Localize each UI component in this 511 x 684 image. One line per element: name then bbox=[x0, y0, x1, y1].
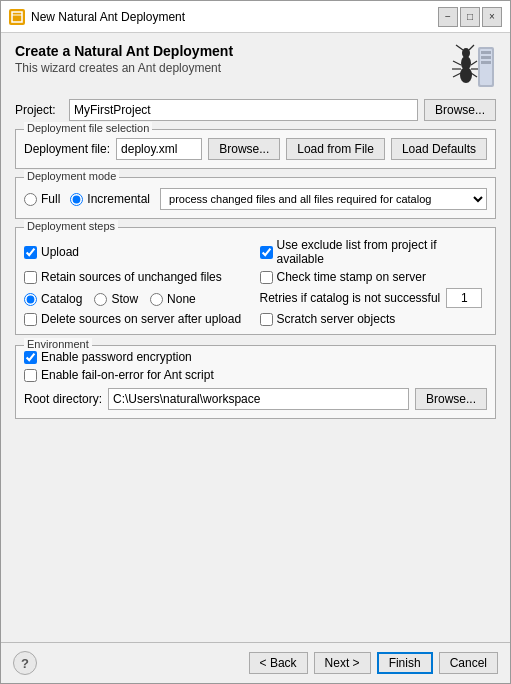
ant-logo bbox=[448, 43, 496, 91]
dialog-content: Create a Natural Ant Deployment This wiz… bbox=[1, 33, 510, 642]
incremental-radio-text: Incremental bbox=[87, 192, 150, 206]
page-title: Create a Natural Ant Deployment bbox=[15, 43, 233, 59]
environment-group-label: Environment bbox=[24, 338, 92, 350]
deployment-file-group: Deployment file selection Deployment fil… bbox=[15, 129, 496, 169]
project-browse-button[interactable]: Browse... bbox=[424, 99, 496, 121]
deployment-file-input[interactable] bbox=[116, 138, 202, 160]
check-timestamp-checkbox-label[interactable]: Check time stamp on server bbox=[260, 270, 488, 284]
incremental-radio[interactable] bbox=[70, 193, 83, 206]
svg-line-11 bbox=[469, 45, 474, 50]
svg-line-10 bbox=[456, 45, 463, 50]
help-button[interactable]: ? bbox=[13, 651, 37, 675]
svg-rect-3 bbox=[480, 49, 492, 85]
delete-sources-checkbox[interactable] bbox=[24, 313, 37, 326]
main-window: New Natural Ant Deployment − □ × Create … bbox=[0, 0, 511, 684]
finish-button[interactable]: Finish bbox=[377, 652, 433, 674]
full-radio-text: Full bbox=[41, 192, 60, 206]
svg-line-15 bbox=[471, 61, 477, 65]
header-text-block: Create a Natural Ant Deployment This wiz… bbox=[15, 43, 233, 75]
full-radio-label[interactable]: Full bbox=[24, 192, 60, 206]
retries-label: Retries if catalog is not successful bbox=[260, 291, 441, 305]
bottom-buttons: < Back Next > Finish Cancel bbox=[249, 652, 498, 674]
environment-group: Environment Enable password encryption E… bbox=[15, 345, 496, 419]
svg-rect-4 bbox=[481, 51, 491, 54]
upload-label: Upload bbox=[41, 245, 79, 259]
root-dir-row: Root directory: Browse... bbox=[24, 388, 487, 410]
enable-failon-checkbox-label[interactable]: Enable fail-on-error for Ant script bbox=[24, 368, 487, 382]
svg-rect-5 bbox=[481, 56, 491, 59]
title-bar: New Natural Ant Deployment − □ × bbox=[1, 1, 510, 33]
next-button[interactable]: Next > bbox=[314, 652, 371, 674]
catalog-radio-text: Catalog bbox=[41, 292, 82, 306]
window-icon bbox=[9, 9, 25, 25]
scratch-server-checkbox-label[interactable]: Scratch server objects bbox=[260, 312, 488, 326]
deployment-file-label: Deployment file: bbox=[24, 142, 110, 156]
use-exclude-checkbox-label[interactable]: Use exclude list from project if availab… bbox=[260, 238, 488, 266]
project-row: Project: Browse... bbox=[15, 99, 496, 121]
svg-line-14 bbox=[453, 73, 461, 77]
deployment-mode-row: Full Incremental process changed files a… bbox=[24, 188, 487, 210]
enable-password-checkbox[interactable] bbox=[24, 351, 37, 364]
incremental-radio-label[interactable]: Incremental bbox=[70, 192, 150, 206]
delete-sources-checkbox-label[interactable]: Delete sources on server after upload bbox=[24, 312, 252, 326]
enable-failon-checkbox[interactable] bbox=[24, 369, 37, 382]
project-input[interactable] bbox=[69, 99, 418, 121]
load-from-file-button[interactable]: Load from File bbox=[286, 138, 385, 160]
deployment-steps-group: Deployment steps Upload Use exclude list… bbox=[15, 227, 496, 335]
project-label: Project: bbox=[15, 103, 63, 117]
svg-rect-6 bbox=[481, 61, 491, 64]
retries-row: Retries if catalog is not successful bbox=[260, 288, 488, 308]
stow-radio-label[interactable]: Stow bbox=[94, 292, 138, 306]
root-dir-input[interactable] bbox=[108, 388, 409, 410]
retain-sources-checkbox-label[interactable]: Retain sources of unchanged files bbox=[24, 270, 252, 284]
upload-checkbox-label[interactable]: Upload bbox=[24, 238, 252, 266]
none-radio-text: None bbox=[167, 292, 196, 306]
deployment-mode-group-label: Deployment mode bbox=[24, 170, 119, 182]
page-header: Create a Natural Ant Deployment This wiz… bbox=[15, 43, 496, 91]
none-radio[interactable] bbox=[150, 293, 163, 306]
scratch-server-label: Scratch server objects bbox=[277, 312, 396, 326]
full-radio[interactable] bbox=[24, 193, 37, 206]
deployment-file-row: Deployment file: Browse... Load from Fil… bbox=[24, 138, 487, 160]
deployment-file-browse-button[interactable]: Browse... bbox=[208, 138, 280, 160]
close-button[interactable]: × bbox=[482, 7, 502, 27]
window-title: New Natural Ant Deployment bbox=[31, 10, 432, 24]
load-defaults-button[interactable]: Load Defaults bbox=[391, 138, 487, 160]
bottom-bar: ? < Back Next > Finish Cancel bbox=[1, 642, 510, 683]
svg-point-9 bbox=[460, 67, 472, 83]
page-subtitle: This wizard creates an Ant deployment bbox=[15, 61, 233, 75]
retries-input[interactable] bbox=[446, 288, 482, 308]
mode-dropdown[interactable]: process changed files and all files requ… bbox=[160, 188, 487, 210]
back-button[interactable]: < Back bbox=[249, 652, 308, 674]
deployment-steps-group-label: Deployment steps bbox=[24, 220, 118, 232]
catalog-stow-row: Catalog Stow None bbox=[24, 290, 252, 308]
root-dir-label: Root directory: bbox=[24, 392, 102, 406]
minimize-button[interactable]: − bbox=[438, 7, 458, 27]
enable-password-label: Enable password encryption bbox=[41, 350, 192, 364]
catalog-radio-label[interactable]: Catalog bbox=[24, 292, 82, 306]
retain-sources-checkbox[interactable] bbox=[24, 271, 37, 284]
stow-radio[interactable] bbox=[94, 293, 107, 306]
none-radio-label[interactable]: None bbox=[150, 292, 196, 306]
catalog-radio[interactable] bbox=[24, 293, 37, 306]
maximize-button[interactable]: □ bbox=[460, 7, 480, 27]
check-timestamp-label: Check time stamp on server bbox=[277, 270, 426, 284]
steps-grid: Upload Use exclude list from project if … bbox=[24, 238, 487, 326]
stow-radio-text: Stow bbox=[111, 292, 138, 306]
deployment-file-group-label: Deployment file selection bbox=[24, 122, 152, 134]
use-exclude-label: Use exclude list from project if availab… bbox=[277, 238, 488, 266]
scratch-server-checkbox[interactable] bbox=[260, 313, 273, 326]
deployment-mode-group: Deployment mode Full Incremental process… bbox=[15, 177, 496, 219]
use-exclude-checkbox[interactable] bbox=[260, 246, 273, 259]
retain-sources-label: Retain sources of unchanged files bbox=[41, 270, 222, 284]
svg-rect-0 bbox=[12, 12, 22, 22]
svg-line-12 bbox=[453, 61, 461, 65]
check-timestamp-checkbox[interactable] bbox=[260, 271, 273, 284]
root-dir-browse-button[interactable]: Browse... bbox=[415, 388, 487, 410]
delete-sources-label: Delete sources on server after upload bbox=[41, 312, 241, 326]
window-controls: − □ × bbox=[438, 7, 502, 27]
enable-password-checkbox-label[interactable]: Enable password encryption bbox=[24, 350, 487, 364]
cancel-button[interactable]: Cancel bbox=[439, 652, 498, 674]
enable-failon-label: Enable fail-on-error for Ant script bbox=[41, 368, 214, 382]
upload-checkbox[interactable] bbox=[24, 246, 37, 259]
